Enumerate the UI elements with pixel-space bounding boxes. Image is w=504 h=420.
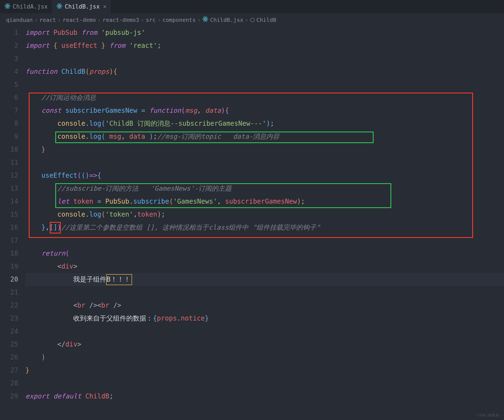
- line-number: 7: [0, 104, 18, 117]
- breadcrumb-item[interactable]: react: [39, 17, 56, 23]
- line-number: 22: [0, 299, 18, 312]
- breadcrumb-item[interactable]: components: [162, 17, 196, 23]
- line-number: 1: [0, 26, 18, 39]
- line-number: 3: [0, 52, 18, 65]
- close-icon[interactable]: ×: [103, 3, 106, 10]
- code-line: ): [25, 351, 504, 364]
- line-number: 9: [0, 130, 18, 143]
- breadcrumb-item[interactable]: ChildB.jsx: [210, 17, 243, 23]
- annotation-green-2: [55, 183, 391, 208]
- cube-icon: ⬡: [250, 17, 255, 23]
- tab-childb[interactable]: ChildB.jsx ×: [52, 0, 111, 13]
- breadcrumb-sep: ›: [98, 17, 101, 23]
- line-number: 10: [0, 143, 18, 156]
- line-number: 19: [0, 260, 18, 273]
- code-line: 收到来自于父组件的数据：{props.notice}: [25, 312, 504, 325]
- line-number: 24: [0, 325, 18, 338]
- breadcrumb-sep: ›: [34, 17, 38, 23]
- annotation-red-brackets: [50, 222, 61, 233]
- line-number: 27: [0, 364, 18, 377]
- line-number: 25: [0, 338, 18, 351]
- code-line: export default ChildB;: [25, 390, 504, 403]
- line-number: 11: [0, 156, 18, 169]
- react-icon: [4, 3, 11, 11]
- code-line: [25, 286, 504, 299]
- svg-point-8: [205, 19, 206, 20]
- line-number: 17: [0, 234, 18, 247]
- breadcrumb-sep: ›: [158, 17, 161, 23]
- code-line: [25, 377, 504, 390]
- line-number: 4: [0, 65, 18, 78]
- line-number: 15: [0, 208, 18, 221]
- line-number: 23: [0, 312, 18, 325]
- line-number: 26: [0, 351, 18, 364]
- tab-childa[interactable]: ChildA.jsx: [0, 0, 52, 13]
- watermark: CSDN @@素素-: [477, 413, 501, 418]
- code-line: </div>: [25, 338, 504, 351]
- code-line: <br /><br />: [25, 299, 504, 312]
- line-gutter: 1 2 3 4 5 6 7 8 9 10 11 12 13 14 15 16 1…: [0, 26, 25, 403]
- line-number: 5: [0, 78, 18, 91]
- breadcrumb-item[interactable]: react-demo: [63, 17, 96, 23]
- line-number: 14: [0, 195, 18, 208]
- code-line: function ChildB(props){: [25, 65, 504, 78]
- line-number: 21: [0, 286, 18, 299]
- breadcrumb: qianduan› react› react-demo› react-demo3…: [0, 13, 504, 26]
- breadcrumb-sep: ›: [197, 17, 201, 23]
- tab-label: ChildB.jsx: [65, 3, 99, 10]
- code-line: <div>: [25, 260, 504, 273]
- line-number: 12: [0, 169, 18, 182]
- line-number: 6: [0, 91, 18, 104]
- line-number: 29: [0, 390, 18, 403]
- breadcrumb-item[interactable]: src: [146, 17, 156, 23]
- line-number: 2: [0, 39, 18, 52]
- breadcrumb-item[interactable]: ChildB: [256, 17, 276, 23]
- tab-label: ChildA.jsx: [13, 3, 48, 10]
- code-line: import PubSub from 'pubsub-js': [25, 26, 504, 39]
- code-line: [25, 325, 504, 338]
- code-line: [25, 52, 504, 65]
- line-number: 16: [0, 221, 18, 234]
- react-icon: [56, 3, 62, 11]
- line-number: 8: [0, 117, 18, 130]
- react-icon: [202, 16, 208, 23]
- breadcrumb-item[interactable]: react-demo3: [103, 17, 139, 23]
- code-line: [25, 78, 504, 91]
- annotation-red-main: [29, 93, 473, 238]
- breadcrumb-sep: ›: [245, 17, 248, 23]
- svg-point-4: [59, 6, 60, 7]
- code-area[interactable]: import PubSub from 'pubsub-js' import { …: [25, 26, 504, 403]
- breadcrumb-sep: ›: [141, 17, 144, 23]
- code-line: import { useEffect } from 'react';: [25, 39, 504, 52]
- code-line: }: [25, 364, 504, 377]
- line-number: 13: [0, 182, 18, 195]
- svg-point-0: [7, 6, 8, 7]
- code-line: return(: [25, 247, 504, 260]
- line-number: 18: [0, 247, 18, 260]
- breadcrumb-item[interactable]: qianduan: [6, 17, 33, 23]
- code-line: 我是子组件B！！！: [25, 273, 504, 286]
- breadcrumb-sep: ›: [58, 17, 61, 23]
- annotation-green-1: [55, 132, 374, 143]
- annotation-yellow: [106, 274, 132, 285]
- tab-bar: ChildA.jsx ChildB.jsx ×: [0, 0, 504, 13]
- code-editor[interactable]: 1 2 3 4 5 6 7 8 9 10 11 12 13 14 15 16 1…: [0, 26, 504, 403]
- line-number: 28: [0, 377, 18, 390]
- line-number: 20: [0, 273, 18, 286]
